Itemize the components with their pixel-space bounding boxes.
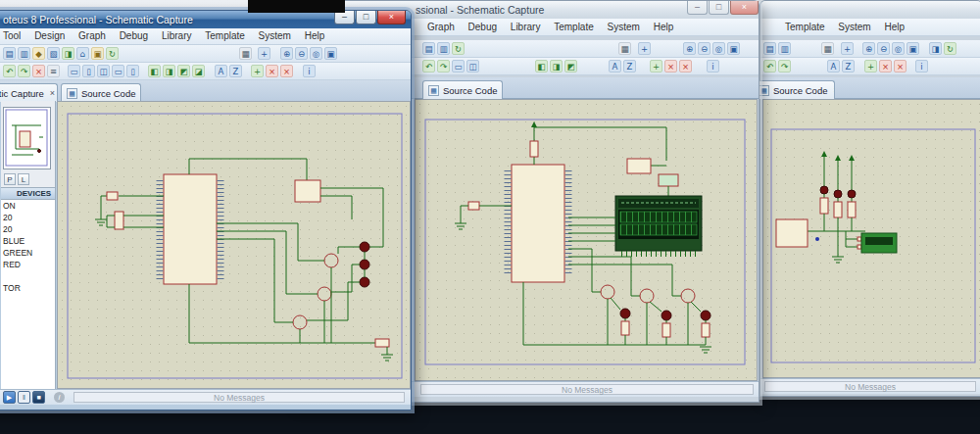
toolbar-icon[interactable]: ▭ [112, 65, 124, 77]
toolbar-icon[interactable]: ▤ [763, 42, 776, 55]
toolbar-icon[interactable]: ◫ [97, 65, 110, 77]
toolbar-icon[interactable]: ◨ [163, 65, 175, 77]
toolbar-icon[interactable]: ▯ [82, 65, 95, 77]
pause-button[interactable]: ‖ [18, 391, 30, 404]
menu-graph[interactable]: Graph [78, 30, 106, 41]
library-button[interactable]: L [18, 173, 29, 185]
tab-schematic-capture[interactable]: ▦ Schematic Capture × [0, 83, 58, 102]
toolbar-icon[interactable]: ▣ [91, 47, 104, 60]
toolbar-icon[interactable]: ▥ [437, 42, 450, 55]
zoom-in-icon[interactable]: ⊕ [280, 47, 293, 60]
pan-icon[interactable]: + [638, 42, 651, 55]
toolbar-icon[interactable]: ≡ [47, 65, 60, 77]
add-icon[interactable]: + [251, 65, 264, 77]
grid-icon[interactable]: ▦ [239, 47, 252, 60]
zoom-all-icon[interactable]: ◎ [892, 42, 905, 55]
maximize-button[interactable]: □ [709, 1, 729, 15]
menu-template[interactable]: Template [554, 22, 594, 32]
pick-devices-button[interactable]: P [4, 173, 16, 185]
find-icon[interactable]: Z [229, 65, 242, 77]
device-item[interactable]: BLUE [1, 235, 55, 247]
delete-icon[interactable]: × [32, 65, 45, 77]
toolbar-icon[interactable]: ▧ [47, 47, 60, 60]
menu-help[interactable]: Help [305, 30, 325, 41]
toolbar-icon[interactable]: ◆ [32, 47, 45, 60]
tab-close-icon[interactable]: × [50, 88, 55, 98]
toolbar-icon[interactable]: ▤ [3, 47, 16, 60]
minimize-button[interactable]: – [334, 11, 355, 24]
zoom-area-icon[interactable]: ▣ [906, 42, 919, 55]
zoom-out-icon[interactable]: ⊖ [877, 42, 890, 55]
tab-source-code[interactable]: ▦ Source Code × [422, 80, 503, 99]
menu-template[interactable]: Template [205, 30, 245, 41]
zoom-area-icon[interactable]: ▣ [324, 47, 337, 60]
message-info-icon[interactable]: i [54, 392, 65, 403]
menu-debug[interactable]: Debug [468, 22, 497, 32]
menu-graph[interactable]: Graph [427, 22, 455, 32]
grid-icon[interactable]: ▦ [618, 42, 631, 55]
minimize-button[interactable]: – [687, 1, 708, 15]
menu-template[interactable]: Template [785, 22, 825, 32]
toolbar-icon[interactable]: ◩ [177, 65, 190, 77]
menu-help[interactable]: Help [884, 22, 905, 32]
find-icon[interactable]: Z [842, 60, 855, 72]
delete-icon[interactable]: × [664, 60, 677, 72]
info-icon[interactable]: i [707, 60, 719, 72]
tab-source-code[interactable]: ▦ Source Code × [61, 83, 141, 102]
close-button[interactable]: × [730, 1, 759, 15]
toolbar-icon[interactable]: ↻ [452, 42, 465, 55]
undo-icon[interactable]: ↶ [763, 60, 776, 72]
toolbar-icon[interactable]: ◧ [148, 65, 161, 77]
find-icon[interactable]: A [609, 60, 621, 72]
schematic-canvas[interactable] [415, 99, 758, 381]
schematic-canvas[interactable] [57, 101, 411, 389]
toolbar-icon[interactable]: ▤ [422, 42, 435, 55]
play-button[interactable]: ▶ [3, 391, 16, 404]
zoom-all-icon[interactable]: ◎ [712, 42, 725, 55]
device-item[interactable]: 20 [1, 212, 55, 223]
menu-debug[interactable]: Debug [120, 30, 148, 41]
delete-icon[interactable]: × [280, 65, 293, 77]
undo-icon[interactable]: ↶ [422, 60, 435, 72]
menu-system[interactable]: System [838, 22, 870, 32]
info-icon[interactable]: i [915, 60, 928, 72]
menu-design[interactable]: Design [34, 30, 65, 41]
find-icon[interactable]: A [215, 65, 227, 77]
add-icon[interactable]: + [650, 60, 662, 72]
pan-icon[interactable]: + [258, 47, 270, 60]
find-icon[interactable]: A [827, 60, 840, 72]
zoom-in-icon[interactable]: ⊕ [683, 42, 696, 55]
grid-icon[interactable]: ▦ [821, 42, 834, 55]
menu-library[interactable]: Library [511, 22, 541, 32]
menu-tool[interactable]: Tool [3, 30, 21, 41]
close-button[interactable]: × [377, 11, 406, 24]
toolbar-icon[interactable]: ◨ [550, 60, 563, 72]
toolbar-icon[interactable]: ◨ [62, 47, 74, 60]
toolbar-icon[interactable]: ▭ [68, 65, 80, 77]
zoom-all-icon[interactable]: ◎ [310, 47, 322, 60]
menu-help[interactable]: Help [654, 22, 674, 32]
delete-icon[interactable]: × [266, 65, 278, 77]
zoom-area-icon[interactable]: ▣ [727, 42, 740, 55]
toolbar-icon[interactable]: ◩ [564, 60, 577, 72]
toolbar-icon[interactable]: ▯ [126, 65, 139, 77]
delete-icon[interactable]: × [894, 60, 906, 72]
toolbar-icon[interactable]: ▥ [18, 47, 30, 60]
find-icon[interactable]: Z [623, 60, 636, 72]
menu-system[interactable]: System [608, 22, 640, 32]
undo-icon[interactable]: ↶ [3, 65, 16, 77]
device-item[interactable]: RED [1, 259, 55, 270]
stop-button[interactable]: ■ [32, 391, 45, 404]
delete-icon[interactable]: × [879, 60, 892, 72]
toolbar-icon[interactable]: ▥ [778, 42, 791, 55]
toolbar-icon[interactable]: ↻ [106, 47, 119, 60]
toolbar-icon[interactable]: ↻ [944, 42, 956, 55]
device-item[interactable]: TOR [1, 282, 55, 294]
toolbar-icon[interactable]: ◫ [466, 60, 479, 72]
titlebar[interactable] [760, 1, 980, 19]
maximize-button[interactable]: □ [356, 11, 376, 24]
zoom-in-icon[interactable]: ⊕ [862, 42, 875, 55]
device-item[interactable]: ON [1, 200, 55, 212]
delete-icon[interactable]: × [679, 60, 692, 72]
toolbar-icon[interactable]: ◧ [535, 60, 548, 72]
